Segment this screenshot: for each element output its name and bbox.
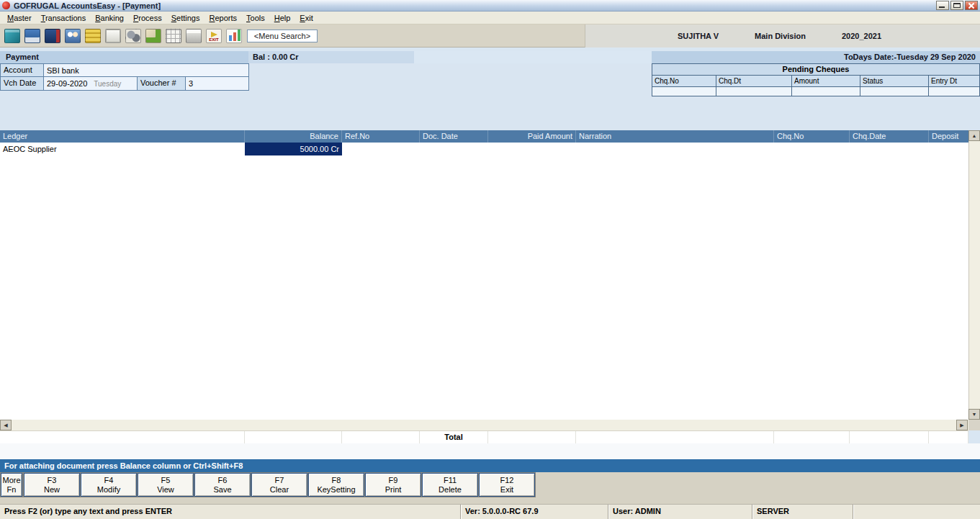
close-button[interactable] [965, 1, 978, 10]
pending-col-entry-dt: Entry Dt [928, 75, 980, 87]
chq-date-cell[interactable] [850, 143, 929, 155]
doc-date-cell[interactable] [420, 143, 488, 155]
column-header-chq-no: Chq.No [774, 130, 850, 143]
settings-gears-icon[interactable] [123, 26, 143, 45]
menu-item-tools[interactable]: Tools [242, 12, 270, 24]
pending-cheques-panel: Pending Cheques Chq.No Chq.Dt Amount Sta… [652, 63, 980, 96]
vertical-scrollbar[interactable]: ▲ ▼ [968, 130, 980, 420]
session-fiscal-year: 2020_2021 [842, 32, 881, 40]
menu-bar: Master Transactions Banking Process Sett… [0, 12, 980, 24]
f9-print-button[interactable]: F9Print [365, 473, 421, 497]
menu-item-settings[interactable]: Settings [167, 12, 205, 24]
total-paid-amount [488, 431, 576, 443]
status-user: User: ADMIN [608, 505, 752, 519]
menu-item-process[interactable]: Process [129, 12, 167, 24]
column-header-ref-no: Ref.No [342, 130, 420, 143]
account-input[interactable] [43, 63, 249, 77]
column-header-narration: Narration [576, 130, 774, 143]
f12-exit-button[interactable]: F12Exit [479, 473, 535, 497]
pending-col-amount: Amount [791, 75, 860, 87]
voucher-form: Account Vch Date 29-09-2020Tuesday Vouch… [0, 63, 980, 130]
chart-icon[interactable] [224, 26, 244, 45]
voucher-date-day: Tuesday [94, 80, 121, 88]
f3-new-button[interactable]: F3New [24, 473, 80, 497]
exit-icon[interactable]: EXIT [204, 26, 224, 45]
ledger-cell[interactable]: AEOC Supplier [0, 143, 245, 155]
pending-col-chq-no: Chq.No [652, 75, 716, 87]
narration-cell[interactable] [576, 143, 774, 155]
f4-modify-button[interactable]: F4Modify [81, 473, 137, 497]
column-header-chq-date: Chq.Date [850, 130, 929, 143]
column-header-doc-date: Doc. Date [420, 130, 488, 143]
account-label: Account [0, 63, 44, 77]
f11-delete-button[interactable]: F11Delete [422, 473, 478, 497]
attach-document-hint: For attaching document press Balance col… [0, 459, 980, 472]
grid-report-icon[interactable] [163, 26, 184, 45]
cash-icon[interactable] [83, 26, 103, 45]
status-hint: Press F2 (or) type any text and press EN… [0, 505, 461, 519]
more-fn-button[interactable]: MoreFn [1, 473, 22, 497]
pending-cheques-title: Pending Cheques [652, 63, 980, 76]
voucher-number-label: Voucher # [137, 76, 186, 91]
menu-item-reports[interactable]: Reports [205, 12, 243, 24]
session-info-panel: SUJITHA V Main Division 2020_2021 [585, 24, 980, 48]
contacts-icon[interactable] [63, 26, 83, 45]
payment-grid: Ledger Balance Ref.No Doc. Date Paid Amo… [0, 130, 968, 420]
spacer-band [0, 443, 980, 459]
menu-item-help[interactable]: Help [270, 12, 296, 24]
journal-icon[interactable] [103, 26, 123, 45]
menu-item-master[interactable]: Master [3, 12, 37, 24]
column-header-deposit: Deposit [929, 130, 968, 143]
menu-item-exit[interactable]: Exit [295, 12, 318, 24]
toolbar: EXIT SUJITHA V Main Division 2020_2021 [0, 24, 980, 48]
todays-date: ToDays Date:-Tuesday 29 Sep 2020 [652, 51, 980, 63]
grid-header-row: Ledger Balance Ref.No Doc. Date Paid Amo… [0, 130, 968, 143]
voucher-date-input[interactable]: 29-09-2020Tuesday [43, 76, 138, 91]
f6-save-button[interactable]: F6Save [194, 473, 251, 497]
account-balance: Bal : 0.00 Cr [248, 51, 414, 63]
scroll-left-icon[interactable]: ◀ [0, 420, 12, 430]
table-row: AEOC Supplier 5000.00 Cr [0, 143, 968, 155]
menu-item-banking[interactable]: Banking [91, 12, 129, 24]
pending-col-status: Status [860, 75, 929, 87]
column-header-ledger: Ledger [0, 130, 245, 143]
session-user: SUJITHA V [678, 32, 719, 40]
column-header-balance: Balance [245, 130, 342, 143]
total-label: Total [420, 431, 488, 443]
status-empty [853, 505, 980, 519]
column-header-paid-amount: Paid Amount [488, 130, 576, 143]
scroll-right-icon[interactable]: ▶ [956, 420, 968, 430]
write-entry-icon[interactable] [143, 26, 163, 45]
save-icon[interactable] [22, 26, 42, 45]
window-title: GOFRUGAL AccountsEasy - [Payment] [14, 1, 161, 10]
chq-no-cell[interactable] [774, 143, 850, 155]
session-division: Main Division [755, 32, 806, 40]
minimize-button[interactable] [936, 1, 949, 10]
horizontal-scrollbar[interactable]: ◀ ▶ [0, 420, 968, 430]
application-window: GOFRUGAL AccountsEasy - [Payment] Master… [0, 0, 980, 519]
maximize-button[interactable] [950, 1, 963, 10]
balance-cell-selected[interactable]: 5000.00 Cr [245, 143, 342, 155]
scroll-down-icon[interactable]: ▼ [968, 409, 980, 420]
voucher-number-input[interactable] [185, 76, 249, 91]
ref-no-cell[interactable] [342, 143, 420, 155]
menu-item-transactions[interactable]: Transactions [37, 12, 91, 24]
f7-clear-button[interactable]: F7Clear [251, 473, 307, 497]
f5-view-button[interactable]: F5View [138, 473, 194, 497]
menu-search-input[interactable] [247, 30, 318, 42]
ledger-book-icon[interactable] [42, 26, 63, 45]
scroll-up-icon[interactable]: ▲ [968, 130, 980, 141]
paid-amount-cell[interactable] [488, 143, 576, 155]
f8-keysetting-button[interactable]: F8KeySetting [308, 473, 364, 497]
printer-icon[interactable] [184, 26, 204, 45]
screen-title: Payment [0, 51, 248, 63]
status-bar: Press F2 (or) type any text and press EN… [0, 504, 980, 519]
function-key-bar: MoreFn F3New F4Modify F5View F6Save F7Cl… [0, 472, 980, 504]
pending-cheques-header-row: Chq.No Chq.Dt Amount Status Entry Dt [652, 75, 980, 87]
title-bar: GOFRUGAL AccountsEasy - [Payment] [0, 0, 980, 12]
scrollbar-corner [968, 420, 980, 430]
strip-filler [414, 51, 652, 63]
total-row: Total [0, 430, 968, 443]
deposit-cell[interactable] [929, 143, 968, 155]
daybook-icon[interactable] [2, 26, 22, 45]
